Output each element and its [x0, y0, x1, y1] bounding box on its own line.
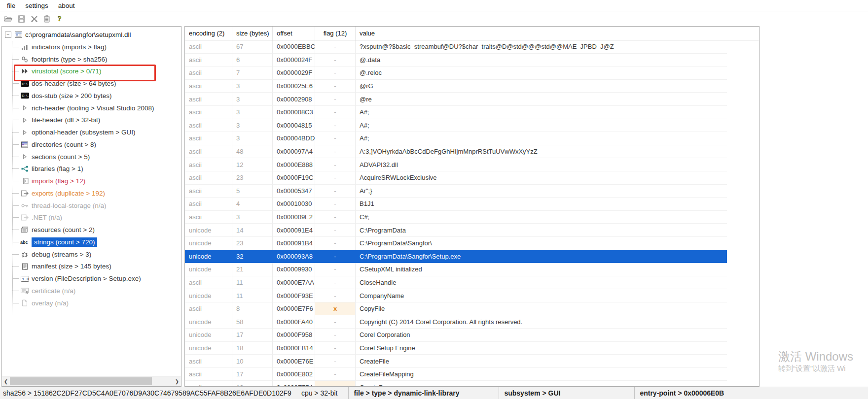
help-icon[interactable]: ? [54, 13, 66, 24]
table-row[interactable]: ascii120x0000E754xCreateProcess [185, 381, 759, 387]
cell-encoding: ascii [185, 145, 232, 159]
tree-item-overlay[interactable]: overlay (n/a) [2, 297, 181, 309]
table-row[interactable]: unicode140x000091E4-C:\ProgramData [185, 224, 759, 237]
menu-item-about[interactable]: about [53, 1, 80, 10]
table-row[interactable]: unicode170x0000F958-Corel Corporation [185, 329, 759, 342]
column-header-flag[interactable]: flag (12) [315, 27, 356, 40]
table-row[interactable]: unicode230x000091B4-C:\ProgramData\Sangf… [185, 237, 759, 250]
status-sha256: sha256 > 151862C2DF27CD5C4A0E7076D9A30C7… [0, 387, 296, 399]
tree-item-exports[interactable]: exports (duplicate > 192) [2, 187, 181, 200]
cell-encoding: ascii [185, 185, 232, 198]
tree-item-footprints[interactable]: footprints (type > sha256) [2, 53, 181, 66]
column-header-value[interactable]: value [356, 27, 727, 40]
tls-icon [20, 202, 29, 209]
table-row[interactable]: ascii480x000097A4-A:3,]VOHyrkdaAbBcCdDeF… [185, 145, 759, 159]
column-header-encoding[interactable]: encoding (2) [185, 27, 232, 40]
scroll-left-arrow-icon[interactable]: ❮ [2, 376, 10, 386]
table-row[interactable]: ascii30x000009E2-C#; [185, 211, 759, 224]
virustotal-icon [20, 67, 29, 75]
table-row[interactable]: ascii80x0000E7F6xCopyFile [185, 302, 759, 316]
cell-value: CreateFileMapping [356, 368, 727, 381]
table-row[interactable]: ascii30x00002908-@re [185, 93, 759, 106]
cell-size: 48 [232, 145, 273, 159]
open-file-icon[interactable] [2, 13, 14, 24]
close-file-icon[interactable] [28, 13, 40, 24]
table-row[interactable]: ascii30x000025E6-@rG [185, 80, 759, 93]
table-row[interactable]: ascii70x0000029F-@.reloc [185, 66, 759, 80]
table-row[interactable]: ascii30x00004BDD-A#; [185, 132, 759, 145]
scroll-right-arrow-icon[interactable]: ❯ [173, 376, 181, 386]
tree-item-label: file-header (dll > 32-bit) [32, 116, 100, 124]
cell-offset: 0x00009930 [273, 263, 315, 276]
collapse-expander-icon[interactable]: − [5, 32, 11, 38]
tree-connector [12, 108, 19, 108]
tree-item-rich-header[interactable]: rich-header (tooling > Visual Studio 200… [2, 102, 181, 114]
table-row[interactable]: ascii100x0000E76E-CreateFile [185, 355, 759, 368]
column-header-offset[interactable]: offset [273, 27, 315, 40]
tree-item-thread-local-storage[interactable]: thread-local-storage (n/a) [2, 200, 181, 212]
tree-item-certificate[interactable]: certificate (n/a) [2, 285, 181, 297]
svg-text:C:\.: C:\. [22, 95, 29, 98]
cell-offset: 0x000097A4 [273, 145, 315, 159]
manifest-icon [20, 263, 29, 270]
tree-connector [12, 120, 19, 120]
tree-item-label: indicators (imports > flag) [32, 43, 107, 51]
table-row[interactable]: ascii110x0000E7AA-CloseHandle [185, 276, 759, 290]
cell-offset: 0x000008C3 [273, 106, 315, 119]
copy-report-icon[interactable] [41, 13, 53, 24]
tree-item-optional-header[interactable]: optional-header (subsystem > GUI) [2, 126, 181, 138]
table-row[interactable]: ascii170x0000E802-CreateFileMapping [185, 368, 759, 381]
tree-item-strings[interactable]: abcstrings (count > 720) [2, 236, 181, 248]
table-row[interactable]: ascii40x00010030-B1J1 [185, 198, 759, 211]
save-icon[interactable] [15, 13, 27, 24]
cell-offset: 0x000091B4 [273, 237, 315, 250]
tree-item-resources[interactable]: resources (count > 2) [2, 224, 181, 236]
tree-connector [12, 230, 19, 230]
tree-item-dos-header[interactable]: C:\.dos-header (size > 64 bytes) [2, 77, 181, 90]
column-header-size[interactable]: size (bytes) [232, 27, 273, 40]
menu-item-file[interactable]: file [2, 1, 20, 10]
tree-item-debug[interactable]: debug (streams > 3) [2, 248, 181, 261]
cell-flag: - [315, 40, 356, 54]
cell-value: @rG [356, 80, 727, 93]
table-row[interactable]: unicode180x0000FB14-Corel Setup Engine [185, 342, 759, 355]
table-row[interactable]: ascii60x0000024F-@.data [185, 54, 759, 67]
cell-size: 32 [232, 250, 273, 264]
table-row-selected[interactable]: unicode320x000093A8-C:\ProgramData\Sangf… [185, 250, 759, 264]
tree-item-libraries[interactable]: libraries (flag > 1) [2, 163, 181, 175]
table-row[interactable]: ascii670x0000EBBC-?xsputn@?$basic_stream… [185, 40, 759, 54]
tree-item-.NET[interactable]: .NET (n/a) [2, 212, 181, 224]
table-row[interactable]: unicode210x00009930-CSetupXML initialize… [185, 263, 759, 276]
cell-size: 3 [232, 211, 273, 224]
cell-value: AcquireSRWLockExclusive [356, 171, 727, 185]
cell-encoding: ascii [185, 158, 232, 171]
table-row[interactable]: ascii230x0000F19C-AcquireSRWLockExclusiv… [185, 171, 759, 185]
menu-item-settings[interactable]: settings [20, 1, 53, 10]
tree-item-label: sections (count > 5) [32, 153, 90, 161]
cell-encoding: ascii [185, 355, 232, 368]
cell-flag: - [315, 211, 356, 224]
table-row[interactable]: unicode110x0000F93E-CompanyName [185, 289, 759, 302]
table-row[interactable]: ascii50x00005347-Ar";} [185, 185, 759, 198]
tree-item-virustotal[interactable]: virustotal (score > 0/71) [2, 66, 181, 78]
tree-item-version[interactable]: 1.0version (FileDescription > Setup.exe) [2, 272, 181, 285]
table-row[interactable]: ascii120x0000E888-ADVAPI32.dll [185, 158, 759, 171]
tree-horizontal-scrollbar[interactable]: ❮ ❯ [2, 376, 181, 386]
table-row[interactable]: ascii30x000008C3-A#; [185, 106, 759, 119]
svg-text:1.0: 1.0 [22, 277, 29, 281]
tree-root-node[interactable]: − c:\programdata\sangfor\setupxml.dll [2, 28, 181, 41]
tree-item-directories[interactable]: directories (count > 8) [2, 138, 181, 151]
tree-item-file-header[interactable]: file-header (dll > 32-bit) [2, 114, 181, 127]
tree-item-label: version (FileDescription > Setup.exe) [32, 275, 141, 282]
tree-item-manifest[interactable]: manifest (size > 145 bytes) [2, 261, 181, 273]
tree-item-dos-stub[interactable]: C:\.dos-stub (size > 200 bytes) [2, 90, 181, 102]
cell-offset: 0x00005347 [273, 185, 315, 198]
table-row[interactable]: unicode580x0000FA40-Copyright (C) 2014 C… [185, 315, 759, 329]
table-row[interactable]: ascii30x00004815-A#; [185, 119, 759, 133]
cell-value: ADVAPI32.dll [356, 158, 727, 171]
tree-item-imports[interactable]: imports (flag > 12) [2, 175, 181, 187]
tree-item-sections[interactable]: sections (count > 5) [2, 151, 181, 163]
debug-icon [20, 251, 29, 258]
scrollbar-thumb[interactable] [10, 377, 152, 385]
tree-item-indicators[interactable]: indicators (imports > flag) [2, 41, 181, 53]
